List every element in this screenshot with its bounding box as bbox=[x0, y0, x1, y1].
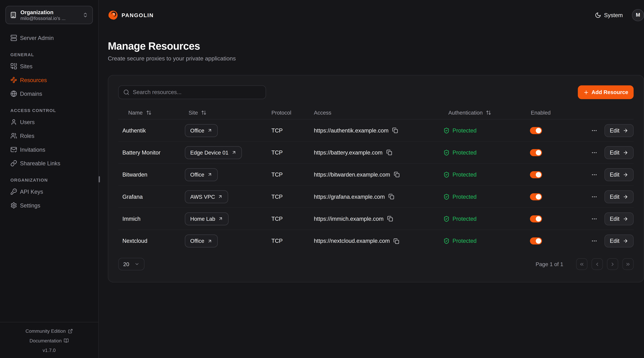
documentation-link[interactable]: Documentation bbox=[0, 336, 98, 345]
auth-status: Protected bbox=[443, 127, 530, 133]
enabled-toggle[interactable] bbox=[530, 149, 542, 156]
copy-url-button[interactable] bbox=[394, 238, 399, 244]
copy-icon bbox=[388, 194, 394, 199]
copy-url-button[interactable] bbox=[388, 194, 394, 199]
enabled-toggle[interactable] bbox=[530, 237, 542, 244]
access-url: https://immich.example.com bbox=[314, 216, 384, 222]
column-header-authentication[interactable]: Authentication bbox=[443, 110, 530, 116]
sidebar-item-label: Shareable Links bbox=[20, 160, 60, 166]
edit-button[interactable]: Edit bbox=[604, 124, 634, 137]
external-link-icon bbox=[68, 329, 73, 334]
brand[interactable]: PANGOLIN bbox=[108, 10, 154, 20]
sidebar-item-invitations[interactable]: Invitations bbox=[6, 143, 93, 156]
site-link-button[interactable]: Office bbox=[185, 235, 218, 247]
enabled-toggle[interactable] bbox=[530, 215, 542, 222]
edit-button[interactable]: Edit bbox=[604, 146, 634, 159]
prev-page-button[interactable] bbox=[592, 258, 603, 270]
row-menu-button[interactable] bbox=[591, 238, 597, 244]
moon-icon bbox=[595, 12, 601, 18]
arrow-right-icon bbox=[623, 128, 628, 133]
sort-icon bbox=[486, 110, 491, 115]
copy-url-button[interactable] bbox=[392, 127, 398, 133]
shield-check-icon bbox=[443, 193, 450, 200]
sidebar-item-sites[interactable]: Sites bbox=[6, 60, 93, 73]
sidebar-item-server-admin[interactable]: Server Admin bbox=[6, 31, 93, 45]
sidebar-item-label: Sites bbox=[20, 63, 32, 69]
community-edition-link[interactable]: Community Edition bbox=[0, 326, 98, 336]
sidebar-item-label: Settings bbox=[20, 202, 40, 208]
last-page-button[interactable] bbox=[622, 258, 634, 270]
enabled-toggle[interactable] bbox=[530, 127, 542, 134]
shield-check-icon bbox=[443, 127, 450, 133]
sidebar-item-domains[interactable]: Domains bbox=[6, 87, 93, 100]
copy-url-button[interactable] bbox=[394, 172, 400, 177]
org-selector[interactable]: Organization milo@fossorial.io's ... bbox=[6, 6, 93, 24]
site-link-button[interactable]: Home Lab bbox=[185, 212, 228, 225]
access-url: https://authentik.example.com bbox=[314, 127, 388, 133]
sidebar-item-users[interactable]: Users bbox=[6, 115, 93, 129]
screen: Organization milo@fossorial.io's ... Ser… bbox=[0, 0, 644, 358]
protocol: TCP bbox=[272, 171, 314, 178]
version-label: v1.7.0 bbox=[0, 345, 98, 355]
auth-status: Protected bbox=[443, 149, 530, 156]
row-menu-button[interactable] bbox=[591, 127, 597, 133]
section-label: ACCESS CONTROL bbox=[6, 108, 93, 113]
link-icon bbox=[10, 160, 17, 167]
sidebar-resize-handle[interactable] bbox=[99, 176, 100, 182]
add-resource-button[interactable]: Add Resource bbox=[578, 86, 634, 99]
enabled-toggle[interactable] bbox=[530, 193, 542, 200]
page-size-select[interactable]: 20 bbox=[118, 258, 144, 270]
ellipsis-icon bbox=[591, 216, 597, 222]
column-header-name[interactable]: Name bbox=[118, 110, 185, 116]
arrow-up-right-icon bbox=[207, 238, 212, 243]
site-link-button[interactable]: Office bbox=[185, 168, 218, 181]
copy-icon bbox=[394, 238, 399, 244]
avatar[interactable]: M bbox=[632, 9, 644, 21]
sidebar-item-shareable-links[interactable]: Shareable Links bbox=[6, 157, 93, 170]
org-texts: Organization milo@fossorial.io's ... bbox=[20, 9, 79, 21]
ellipsis-icon bbox=[591, 171, 597, 178]
first-page-button[interactable] bbox=[576, 258, 587, 270]
resource-name: Immich bbox=[118, 216, 185, 222]
plus-icon bbox=[583, 89, 589, 95]
sites-icon bbox=[10, 63, 17, 70]
site-link-button[interactable]: Edge Device 01 bbox=[185, 146, 242, 159]
copy-icon bbox=[392, 127, 398, 133]
access-url: https://grafana.example.com bbox=[314, 193, 385, 200]
sidebar-item-label: API Keys bbox=[20, 189, 43, 195]
sidebar-item-api-keys[interactable]: API Keys bbox=[6, 185, 93, 198]
sidebar-item-settings[interactable]: Settings bbox=[6, 199, 93, 212]
server-icon bbox=[10, 35, 17, 41]
chevrons-up-down-icon bbox=[82, 12, 88, 18]
user-icon bbox=[10, 119, 17, 125]
book-open-icon bbox=[64, 338, 69, 343]
auth-status: Protected bbox=[443, 238, 530, 244]
edit-button[interactable]: Edit bbox=[604, 190, 634, 203]
enabled-toggle[interactable] bbox=[530, 171, 542, 178]
org-value: milo@fossorial.io's ... bbox=[20, 15, 79, 21]
site-link-button[interactable]: AWS VPC bbox=[185, 190, 228, 203]
auth-status: Protected bbox=[443, 216, 530, 222]
page-subtitle: Create secure proxies to your private ap… bbox=[108, 55, 644, 62]
sidebar-item-label: Roles bbox=[20, 133, 34, 139]
next-page-button[interactable] bbox=[607, 258, 618, 270]
row-menu-button[interactable] bbox=[591, 193, 597, 200]
resource-name: Grafana bbox=[118, 193, 185, 200]
site-link-button[interactable]: Office bbox=[185, 124, 218, 137]
arrow-right-icon bbox=[623, 194, 628, 199]
copy-url-button[interactable] bbox=[387, 216, 393, 221]
arrow-up-right-icon bbox=[207, 128, 212, 133]
edit-button[interactable]: Edit bbox=[604, 168, 634, 181]
row-menu-button[interactable] bbox=[591, 149, 597, 156]
copy-url-button[interactable] bbox=[386, 150, 392, 155]
row-menu-button[interactable] bbox=[591, 216, 597, 222]
resource-name: Authentik bbox=[118, 127, 185, 133]
edit-button[interactable]: Edit bbox=[604, 235, 634, 247]
row-menu-button[interactable] bbox=[591, 171, 597, 178]
sidebar-item-resources[interactable]: Resources bbox=[6, 73, 93, 87]
sidebar-item-roles[interactable]: Roles bbox=[6, 129, 93, 142]
search-input[interactable] bbox=[133, 89, 261, 95]
edit-button[interactable]: Edit bbox=[604, 212, 634, 225]
theme-toggle[interactable]: System bbox=[595, 12, 623, 18]
column-header-site[interactable]: Site bbox=[185, 110, 272, 116]
